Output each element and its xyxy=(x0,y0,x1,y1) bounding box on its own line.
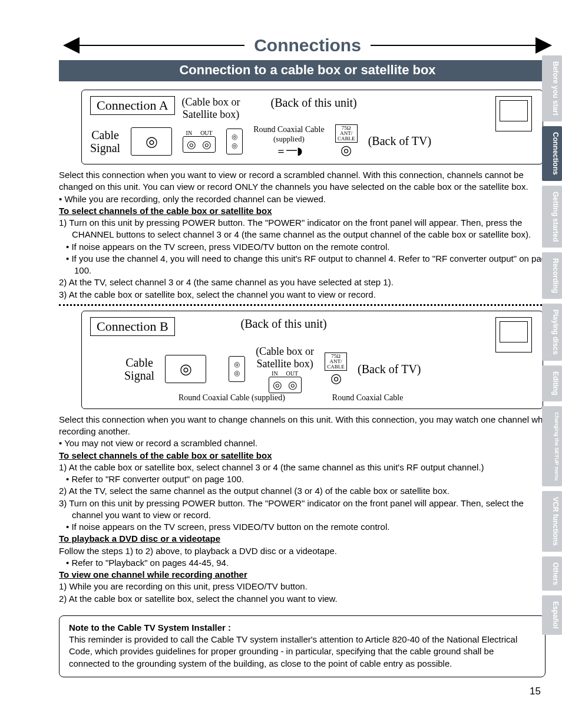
text-a-step1: 1) Turn on this unit by pressing POWER b… xyxy=(59,217,556,241)
text-b-sub1: • Refer to "RF converter output" on page… xyxy=(59,473,556,485)
round-coax1-label-b: Round Coaxial Cable (supplied) xyxy=(178,393,285,403)
wall-jack-icon: ◎ xyxy=(165,355,206,383)
text-a-intro: Select this connection when you want to … xyxy=(59,169,556,193)
cable-signal-label-a: Cable Signal xyxy=(90,129,120,154)
installer-note: Note to the Cable TV System Installer : … xyxy=(59,615,546,677)
page-number: 15 xyxy=(59,686,556,697)
tab-before-you-start[interactable]: Before you start xyxy=(542,55,562,121)
cable-signal-label-b: Cable Signal xyxy=(124,356,154,382)
text-a-step3: 3) At the cable box or satellite box, se… xyxy=(59,289,556,301)
tab-espanol[interactable]: Español xyxy=(542,595,562,635)
tv-icon xyxy=(495,317,532,353)
text-b-bullet1: • You may not view or record a scrambled… xyxy=(59,437,556,449)
tab-playing-discs[interactable]: Playing discs xyxy=(542,304,562,361)
cable-box-label-b: (Cable box or Satellite box) xyxy=(256,345,314,370)
tab-recording[interactable]: Recording xyxy=(542,252,562,299)
title-arrow-left xyxy=(63,37,80,54)
tab-others[interactable]: Others xyxy=(542,556,562,591)
connection-b-text: Select this connection when you want to … xyxy=(59,414,556,605)
supplied-label-a: (supplied) xyxy=(253,134,325,144)
text-b-heading1: To select channels of the cable box or s… xyxy=(59,450,556,462)
text-b-intro: Select this connection when you want to … xyxy=(59,414,556,438)
unit-back-icon: ◎◎ xyxy=(229,356,245,382)
wall-jack-icon: ◎ xyxy=(131,127,172,156)
diagram-connection-b: Connection B (Back of this unit) Cable S… xyxy=(81,311,543,409)
tab-getting-started[interactable]: Getting started xyxy=(542,186,562,248)
text-b-step3: 3) Turn on this unit by pressing POWER b… xyxy=(59,498,556,522)
cable-box-icon: IN OUT ◎◎ xyxy=(183,130,216,153)
in-label-a: IN xyxy=(186,130,193,136)
tv-icon xyxy=(495,96,532,131)
page-title: Connections xyxy=(254,35,361,55)
text-a-sub1: • If noise appears on the TV screen, pre… xyxy=(59,241,556,253)
diagram-connection-a: Connection A (Cable box or Satellite box… xyxy=(81,90,543,164)
note-body: This reminder is provided to call the Ca… xyxy=(69,634,535,670)
text-a-sub2: • If you use the channel 4, you will nee… xyxy=(59,253,556,277)
round-coax-label-a: Round Coaxial Cable xyxy=(253,125,325,134)
round-coax2-label-b: Round Coaxial Cable xyxy=(332,393,404,403)
side-tab-bar: Before you start Connections Getting sta… xyxy=(542,55,562,635)
tab-setup-menu[interactable]: Changing the SETUP menu xyxy=(542,406,562,486)
back-of-unit-label-b: (Back of this unit) xyxy=(241,317,327,331)
ant-label-b: 75Ω ANT/ CABLE xyxy=(325,353,347,371)
title-rule-left xyxy=(80,45,244,46)
text-a-step2: 2) At the TV, select channel 3 or 4 (the… xyxy=(59,276,556,288)
text-b-playback: Follow the steps 1) to 2) above, to play… xyxy=(59,545,556,557)
back-of-unit-label-a: (Back of this unit) xyxy=(271,96,357,110)
page-title-banner: Connections xyxy=(59,35,556,55)
text-b-step1: 1) At the cable box or satellite box, se… xyxy=(59,462,556,473)
separator-dotted xyxy=(59,304,556,306)
connection-b-label: Connection B xyxy=(90,317,175,336)
text-b-step2: 2) At the TV, select the same channel as… xyxy=(59,485,556,497)
title-rule-right xyxy=(371,45,535,46)
text-b-sub3: • Refer to "Playback" on pages 44-45, 94… xyxy=(59,557,556,569)
unit-back-icon: ◎◎ xyxy=(226,129,243,154)
text-a-heading1: To select channels of the cable box or s… xyxy=(59,205,556,217)
note-title: Note to the Cable TV System Installer : xyxy=(69,622,535,634)
tab-connections[interactable]: Connections xyxy=(542,126,562,181)
title-arrow-right xyxy=(535,37,552,54)
cable-box-label-a: (Cable box or Satellite box) xyxy=(182,96,240,121)
in-label-b: IN xyxy=(272,370,278,377)
connection-a-label: Connection A xyxy=(90,96,175,115)
text-b-step4: 1) While you are recording on this unit,… xyxy=(59,581,556,592)
out-label-b: OUT xyxy=(286,370,299,377)
text-b-step5: 2) At the cable box or satellite box, se… xyxy=(59,593,556,605)
connection-a-text: Select this connection when you want to … xyxy=(59,169,556,301)
text-b-heading2: To playback a DVD disc or a videotape xyxy=(59,533,556,545)
ant-label-a: 75Ω ANT/ CABLE xyxy=(335,124,358,143)
back-of-tv-label-a: (Back of TV) xyxy=(368,134,431,148)
tab-vcr-functions[interactable]: VCR functions xyxy=(542,491,562,552)
text-b-sub2: • If noise appears on the TV screen, pre… xyxy=(59,521,556,533)
section-heading: Connection to a cable box or satellite b… xyxy=(59,60,556,81)
out-label-a: OUT xyxy=(200,130,213,136)
text-b-heading3: To view one channel while recording anot… xyxy=(59,569,556,581)
tab-editing[interactable]: Editing xyxy=(542,365,562,401)
text-a-bullet1: • While you are recording, only the reco… xyxy=(59,193,556,205)
cable-icon: ＝━◗ xyxy=(253,144,325,158)
back-of-tv-label-b: (Back of TV) xyxy=(358,363,421,376)
